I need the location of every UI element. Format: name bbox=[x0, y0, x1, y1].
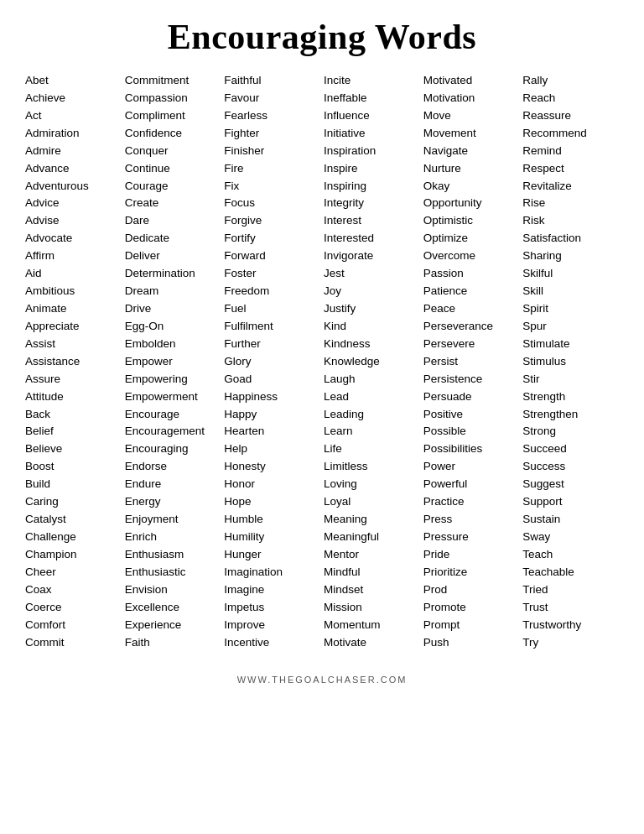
word-item: Incite bbox=[324, 72, 420, 90]
word-item: Honesty bbox=[224, 458, 320, 476]
word-item: Caring bbox=[25, 493, 122, 511]
word-item: Rally bbox=[522, 72, 619, 90]
word-item: Move bbox=[423, 107, 520, 125]
word-item: Sharing bbox=[522, 248, 619, 265]
word-item: Courage bbox=[125, 178, 221, 195]
word-item: Recommend bbox=[522, 125, 619, 143]
word-item: Justify bbox=[324, 300, 420, 318]
word-item: Strengthen bbox=[522, 406, 619, 424]
word-item: Stimulate bbox=[522, 336, 619, 353]
word-item: Initiative bbox=[324, 125, 420, 143]
word-item: Spirit bbox=[522, 300, 619, 318]
word-item: Strength bbox=[522, 388, 619, 406]
word-item: Coerce bbox=[25, 599, 122, 617]
word-item: Favour bbox=[224, 90, 320, 107]
word-item: Rise bbox=[522, 195, 619, 212]
word-item: Try bbox=[522, 634, 619, 652]
word-item: Mindful bbox=[324, 564, 420, 581]
word-item: Determination bbox=[125, 265, 221, 283]
word-item: Skill bbox=[522, 283, 619, 300]
word-item: Strong bbox=[522, 423, 619, 440]
word-item: Compliment bbox=[125, 107, 221, 125]
word-item: Champion bbox=[25, 546, 122, 564]
word-item: Egg-On bbox=[125, 318, 221, 336]
word-item: Motivated bbox=[423, 72, 520, 90]
word-item: Build bbox=[25, 476, 122, 493]
word-item: Patience bbox=[423, 283, 520, 300]
word-item: Prod bbox=[423, 581, 520, 599]
word-item: Okay bbox=[423, 178, 520, 195]
word-item: Optimize bbox=[423, 230, 520, 248]
word-item: Dare bbox=[125, 212, 221, 230]
word-item: Incentive bbox=[224, 634, 320, 652]
word-item: Forgive bbox=[224, 212, 320, 230]
word-item: Teachable bbox=[522, 564, 619, 581]
word-item: Remind bbox=[522, 143, 619, 160]
word-item: Prioritize bbox=[423, 564, 520, 581]
word-item: Honor bbox=[224, 476, 320, 493]
word-item: Power bbox=[423, 458, 520, 476]
word-item: Foster bbox=[224, 265, 320, 283]
word-item: Mentor bbox=[324, 546, 420, 564]
word-item: Drive bbox=[125, 300, 221, 318]
word-item: Revitalize bbox=[522, 178, 619, 195]
word-item: Envision bbox=[125, 581, 221, 599]
word-item: Advice bbox=[25, 195, 122, 212]
word-item: Life bbox=[324, 440, 420, 458]
word-item: Fire bbox=[224, 160, 320, 178]
word-item: Fuel bbox=[224, 300, 320, 318]
word-item: Enrich bbox=[125, 529, 221, 546]
word-item: Assist bbox=[25, 336, 122, 353]
word-item: Nurture bbox=[423, 160, 520, 178]
word-item: Fortify bbox=[224, 230, 320, 248]
word-item: Dedicate bbox=[125, 230, 221, 248]
word-item: Fearless bbox=[224, 107, 320, 125]
word-item: Affirm bbox=[25, 248, 122, 265]
word-item: Hope bbox=[224, 493, 320, 511]
word-item: Inspiring bbox=[324, 178, 420, 195]
word-item: Sustain bbox=[522, 511, 619, 529]
word-item: Practice bbox=[423, 493, 520, 511]
word-item: Forward bbox=[224, 248, 320, 265]
word-item: Confidence bbox=[125, 125, 221, 143]
word-item: Happy bbox=[224, 406, 320, 424]
word-item: Tried bbox=[522, 581, 619, 599]
word-item: Laugh bbox=[324, 371, 420, 388]
word-item: Sway bbox=[522, 529, 619, 546]
word-item: Adventurous bbox=[25, 178, 122, 195]
word-item: Dream bbox=[125, 283, 221, 300]
word-item: Pressure bbox=[423, 529, 520, 546]
word-item: Pride bbox=[423, 546, 520, 564]
word-item: Perseverance bbox=[423, 318, 520, 336]
word-item: Promote bbox=[423, 599, 520, 617]
word-item: Powerful bbox=[423, 476, 520, 493]
word-item: Risk bbox=[522, 212, 619, 230]
word-item: Satisfaction bbox=[522, 230, 619, 248]
word-item: Mission bbox=[324, 599, 420, 617]
word-item: Invigorate bbox=[324, 248, 420, 265]
word-item: Imagination bbox=[224, 564, 320, 581]
word-item: Respect bbox=[522, 160, 619, 178]
word-item: Further bbox=[224, 336, 320, 353]
word-item: Reach bbox=[522, 90, 619, 107]
word-item: Appreciate bbox=[25, 318, 122, 336]
word-item: Leading bbox=[324, 406, 420, 424]
word-item: Enthusiastic bbox=[125, 564, 221, 581]
word-item: Momentum bbox=[324, 617, 420, 634]
word-item: Push bbox=[423, 634, 520, 652]
word-item: Prompt bbox=[423, 617, 520, 634]
word-item: Kindness bbox=[324, 336, 420, 353]
word-item: Endorse bbox=[125, 458, 221, 476]
word-item: Skilful bbox=[522, 265, 619, 283]
page-title: Encouraging Words bbox=[25, 17, 619, 57]
word-item: Commitment bbox=[125, 72, 221, 90]
word-item: Advocate bbox=[25, 230, 122, 248]
word-item: Aid bbox=[25, 265, 122, 283]
word-item: Interest bbox=[324, 212, 420, 230]
word-item: Hearten bbox=[224, 423, 320, 440]
word-item: Integrity bbox=[324, 195, 420, 212]
word-item: Trust bbox=[522, 599, 619, 617]
word-item: Admire bbox=[25, 143, 122, 160]
word-item: Encouragement bbox=[125, 423, 221, 440]
word-item: Coax bbox=[25, 581, 122, 599]
